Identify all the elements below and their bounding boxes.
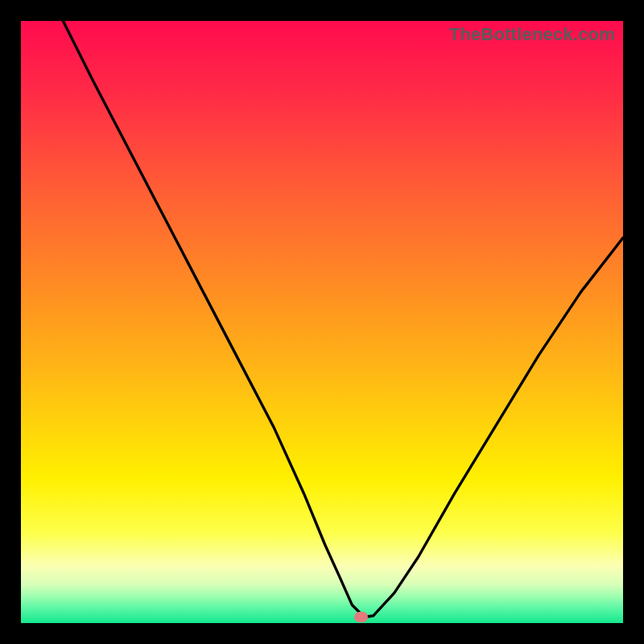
- optimal-point-marker: [354, 612, 368, 622]
- watermark-label: TheBottleneck.com: [449, 24, 615, 45]
- bottleneck-curve: [21, 21, 623, 623]
- plot-area: TheBottleneck.com: [21, 21, 623, 623]
- chart-frame: TheBottleneck.com: [0, 0, 644, 644]
